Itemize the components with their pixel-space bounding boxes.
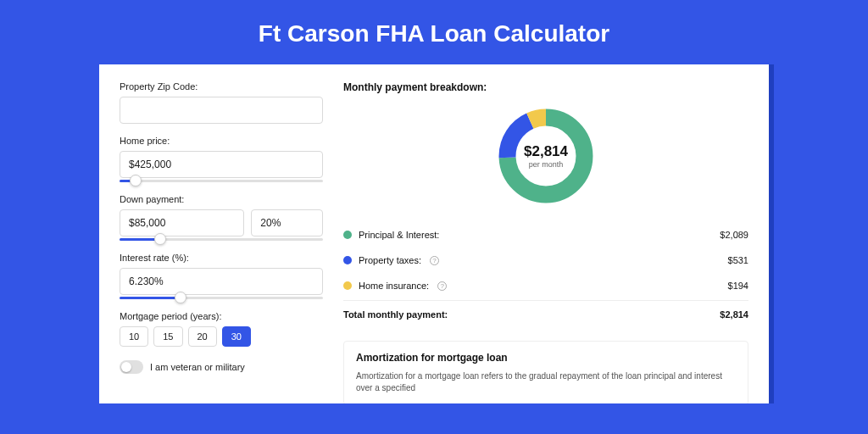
amortization-card: Amortization for mortgage loan Amortizat…	[343, 341, 748, 403]
period-button-10[interactable]: 10	[120, 326, 148, 347]
down-payment-slider[interactable]	[120, 238, 323, 241]
down-payment-label: Down payment:	[120, 194, 323, 204]
breakdown-label: Principal & Interest:	[359, 230, 439, 240]
breakdown-row: Home insurance:?$194	[343, 273, 748, 298]
rate-field: Interest rate (%):	[120, 253, 323, 299]
period-buttons: 10152030	[120, 326, 323, 347]
slider-thumb[interactable]	[130, 175, 142, 186]
zip-input[interactable]	[120, 97, 323, 124]
veteran-row: I am veteran or military	[120, 360, 323, 374]
veteran-toggle[interactable]	[120, 360, 143, 374]
home-price-field: Home price:	[120, 136, 323, 182]
donut-amount: $2,814	[524, 143, 568, 160]
amortization-title: Amortization for mortgage loan	[356, 352, 736, 364]
veteran-label: I am veteran or military	[150, 362, 245, 372]
total-row: Total monthly payment: $2,814	[343, 300, 748, 327]
breakdown-label: Home insurance:	[359, 281, 429, 291]
zip-field: Property Zip Code:	[120, 81, 323, 124]
down-payment-input[interactable]	[120, 209, 244, 236]
period-button-15[interactable]: 15	[153, 326, 182, 347]
breakdown-row: Principal & Interest:$2,089	[343, 222, 748, 248]
breakdown-label: Property taxes:	[359, 255, 421, 265]
home-price-label: Home price:	[120, 136, 323, 146]
calculator-card: Property Zip Code: Home price: Down paym…	[99, 64, 769, 403]
period-field: Mortgage period (years): 10152030	[120, 311, 323, 347]
period-label: Mortgage period (years):	[120, 311, 323, 321]
total-value: $2,814	[720, 309, 748, 320]
line-items: Principal & Interest:$2,089Property taxe…	[343, 222, 748, 298]
total-label: Total monthly payment:	[343, 309, 448, 320]
breakdown-panel: Monthly payment breakdown: $2,814 per mo…	[343, 81, 748, 403]
period-button-20[interactable]: 20	[188, 326, 217, 347]
donut-sub: per month	[529, 160, 564, 169]
info-icon[interactable]: ?	[430, 256, 439, 265]
info-icon[interactable]: ?	[437, 281, 447, 291]
rate-label: Interest rate (%):	[120, 253, 323, 263]
breakdown-value: $2,089	[720, 230, 748, 240]
breakdown-value: $531	[728, 255, 748, 265]
rate-input[interactable]	[120, 268, 323, 295]
down-payment-pct-input[interactable]	[251, 209, 323, 236]
legend-dot	[343, 231, 352, 239]
amortization-text: Amortization for a mortgage loan refers …	[356, 370, 736, 394]
legend-dot	[343, 281, 352, 290]
slider-fill	[120, 297, 181, 299]
inputs-panel: Property Zip Code: Home price: Down paym…	[120, 81, 323, 403]
donut-wrap: $2,814 per month	[343, 105, 748, 207]
home-price-slider[interactable]	[120, 180, 323, 182]
donut-chart: $2,814 per month	[495, 105, 597, 207]
breakdown-title: Monthly payment breakdown:	[343, 81, 748, 93]
zip-label: Property Zip Code:	[120, 81, 323, 92]
rate-slider[interactable]	[120, 297, 323, 299]
breakdown-value: $194	[728, 281, 748, 291]
legend-dot	[343, 256, 352, 264]
down-payment-field: Down payment:	[120, 194, 323, 241]
toggle-knob	[121, 362, 131, 372]
breakdown-row: Property taxes:?$531	[343, 248, 748, 273]
page-title: Ft Carson FHA Loan Calculator	[0, 0, 868, 64]
slider-thumb[interactable]	[175, 292, 186, 303]
home-price-input[interactable]	[120, 151, 323, 178]
slider-thumb[interactable]	[154, 233, 166, 245]
period-button-30[interactable]: 30	[222, 326, 251, 347]
